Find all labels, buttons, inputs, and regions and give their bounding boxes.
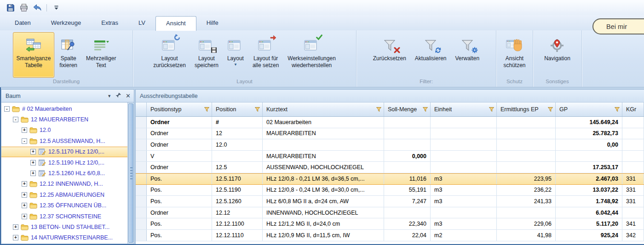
tree-item-12-5-1170-hlz-12-0[interactable]: +12.5.1170 HLz 12/0,... <box>1 147 127 157</box>
filter-icon[interactable] <box>254 107 260 112</box>
expand-icon[interactable]: + <box>22 203 27 208</box>
table-row[interactable]: Pos.12.12.1100HLz 12/1,2 MG II, d=24,0 c… <box>136 218 644 230</box>
filter-icon[interactable] <box>547 107 553 112</box>
mehrzeiliger-text-button[interactable]: MehrzeiligerText <box>82 32 120 78</box>
zur-cksetzen-button[interactable]: Zurücksetzen <box>369 32 410 78</box>
expand-icon[interactable]: + <box>13 235 18 240</box>
bei-mir-badge[interactable]: Bei mir <box>592 18 644 34</box>
pin-icon[interactable] <box>115 92 121 100</box>
tree-item-12-5-1260-hlz-6-0-8[interactable]: +12.5.1260 HLz 6/0,8... <box>1 168 127 178</box>
expand-icon[interactable]: + <box>22 181 27 187</box>
tree-item-02-mauerarbeiten[interactable]: -# 02 Mauerarbeiten <box>1 103 127 114</box>
layout-zur-cksetzen-button[interactable]: Layoutzurücksetzen <box>150 32 190 78</box>
column-header-kgr[interactable]: KGr <box>622 103 644 116</box>
row-selector[interactable] <box>136 196 147 207</box>
table-row[interactable]: Ordner12.12INNENWAND, HOCHLOCHZIEGEL6.04… <box>136 207 644 219</box>
column-header-position[interactable]: Position <box>212 103 263 116</box>
undo-icon[interactable] <box>32 3 42 13</box>
layout-f-r-alle-setzen-button[interactable]: Layout füralle setzen <box>249 32 282 78</box>
cell-positionstyp: Ordner <box>147 207 212 218</box>
table-row[interactable]: Pos.12.5.1190HLz 12/0,8 - 0,24 LM 36, d=… <box>136 185 644 196</box>
spalte-fixieren-button[interactable]: Spaltefixieren <box>56 32 81 78</box>
row-selector[interactable] <box>136 218 147 229</box>
navigation-button[interactable]: Navigation <box>540 32 574 78</box>
tab-ansicht[interactable]: Ansicht <box>155 16 196 31</box>
cell-einheit: m3 <box>431 174 497 184</box>
expand-icon[interactable]: + <box>22 214 27 219</box>
quick-access-toolbar <box>0 0 644 15</box>
collapse-icon[interactable]: - <box>22 138 27 144</box>
aktualisieren-button[interactable]: Aktualisieren <box>411 32 450 78</box>
toolbar-options-icon[interactable] <box>51 3 61 13</box>
filter-icon[interactable] <box>376 107 382 112</box>
column-header-positionstyp[interactable]: Positionstyp <box>147 103 212 116</box>
filter-icon[interactable] <box>204 107 210 112</box>
expand-icon[interactable]: + <box>30 149 36 154</box>
tab-lv[interactable]: LV <box>128 16 155 30</box>
row-selector[interactable] <box>136 230 147 241</box>
row-selector[interactable] <box>136 185 147 196</box>
select-all-corner[interactable] <box>136 103 147 116</box>
row-selector[interactable] <box>136 151 147 162</box>
expand-icon[interactable]: + <box>30 160 36 165</box>
filter-icon[interactable] <box>422 107 428 112</box>
row-selector[interactable] <box>136 128 147 139</box>
row-selector[interactable] <box>136 139 147 150</box>
collapse-icon[interactable]: - <box>13 117 18 122</box>
verwalten-button[interactable]: Verwalten <box>452 32 483 78</box>
tree-item-12-5-1190-hlz-12-0[interactable]: +12.5.1190 HLz 12/0,... <box>1 157 127 168</box>
ansicht-sch-tzen-button[interactable]: Ansichtschützen <box>500 32 529 78</box>
tree-item-12-35-ffnungen-b[interactable]: +12.35 ÖFFNUNGEN ÜB... <box>1 200 127 211</box>
tree-item-14-naturwerksteinarbe[interactable]: +14 NATURWERKSTEINARBE... <box>1 233 127 243</box>
table-row[interactable]: Pos.12.5.1170HLz 12/0,8 - 0,21 LM 36, d=… <box>136 173 644 185</box>
tree-item-12-25-abmauerungen[interactable]: +12.25 ABMAUERUNGEN <box>1 189 127 200</box>
tab-daten[interactable]: Daten <box>5 16 41 30</box>
table-row[interactable]: VMAUERARBEITEN0,000 <box>136 151 644 162</box>
tree-item-12-37-schornsteine[interactable]: +12.37 SCHORNSTEINE <box>1 211 127 222</box>
tree-item-13-beton-und-stahlbet[interactable]: +13 BETON- UND STAHLBET... <box>1 222 127 232</box>
dropdown-arrow-icon[interactable]: ▼ <box>227 63 244 67</box>
werkseinstellungen-wiederherstellen-button[interactable]: Werkseinstellungenwiederherstellen <box>284 32 339 78</box>
tree-item-12-mauerarbeiten[interactable]: -12 MAUERARBEITEN <box>1 114 127 125</box>
column-header-soll-menge[interactable]: Soll-Menge <box>384 103 431 116</box>
tree-item-12-0[interactable]: +12.0 <box>1 125 127 136</box>
save-icon[interactable] <box>6 3 16 13</box>
expand-icon[interactable]: + <box>30 171 36 176</box>
expand-icon[interactable]: + <box>22 192 27 198</box>
print-icon[interactable] <box>19 3 29 13</box>
tab-werkzeuge[interactable]: Werkzeuge <box>41 16 92 30</box>
scrollbar-thumb[interactable] <box>128 103 133 243</box>
expand-icon[interactable]: + <box>13 224 18 230</box>
collapse-icon[interactable]: - <box>4 106 10 112</box>
row-selector[interactable] <box>136 162 147 173</box>
row-selector[interactable] <box>136 174 147 184</box>
column-header-kurztext[interactable]: Kurztext <box>263 103 384 116</box>
column-header-ermittlungs-ep[interactable]: Ermittlungs EP <box>497 103 556 116</box>
tree-item-12-5-aussenwand-h[interactable]: -12.5 AUSSENWAND, H... <box>1 136 127 146</box>
cell-einheit: m2 <box>431 230 497 241</box>
tree-body: -# 02 Mauerarbeiten-12 MAUERARBEITEN+12.… <box>1 103 134 244</box>
layout-button[interactable]: Layout▼ <box>224 32 247 78</box>
multiline-text-icon <box>93 35 109 53</box>
column-header-einheit[interactable]: Einheit <box>431 103 497 116</box>
tree-scrollbar[interactable] <box>127 103 134 244</box>
tab-extras[interactable]: Extras <box>91 16 128 30</box>
table-row[interactable]: Ordner12.00,00 <box>136 139 644 151</box>
filter-icon[interactable] <box>489 107 494 112</box>
table-row[interactable]: Ordner#02 Mauerarbeiten145.649,24 <box>136 117 644 128</box>
expand-icon[interactable]: + <box>22 127 27 133</box>
close-icon[interactable]: ✕ <box>126 92 131 99</box>
column-header-gp[interactable]: GP <box>556 103 622 116</box>
row-selector[interactable] <box>136 117 147 128</box>
table-row[interactable]: Pos.12.5.1260HLz 6/0,8 MG II a, d=24 cm,… <box>136 196 644 207</box>
filter-icon[interactable] <box>614 107 620 112</box>
table-row[interactable]: Ordner12.5AUSSENWAND, HOCHLOCHZIEGEL17.2… <box>136 162 644 173</box>
smarte-ganze-tabelle-button[interactable]: Smarte/ganzeTabelle <box>13 32 55 78</box>
table-row[interactable]: Pos.12.12.1110HLz 12/0,9 MG II, d=11,5 c… <box>136 230 644 241</box>
tab-hilfe[interactable]: Hilfe <box>196 16 229 30</box>
table-row[interactable]: Ordner12MAUERARBEITEN25.782,73 <box>136 128 644 140</box>
tree-item-12-12-innenwand-h[interactable]: +12.12 INNENWAND, H... <box>1 179 127 189</box>
row-selector[interactable] <box>136 207 147 218</box>
layout-speichern-button[interactable]: Layoutspeichern <box>191 32 222 78</box>
chevron-down-icon[interactable]: ▼ <box>107 94 111 98</box>
